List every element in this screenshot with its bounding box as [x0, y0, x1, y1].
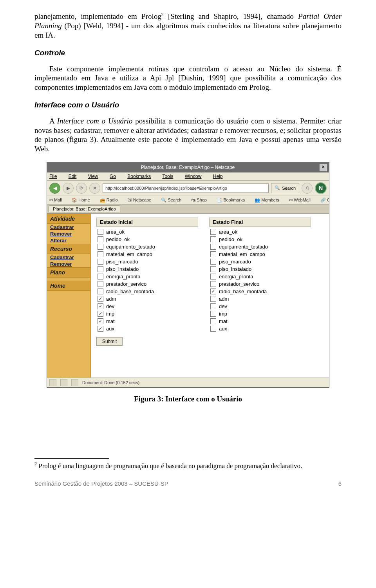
- search-label: Search: [282, 186, 296, 191]
- forward-icon[interactable]: ▶: [63, 183, 74, 194]
- checkbox-aux[interactable]: [210, 326, 216, 332]
- checkbox-imp[interactable]: [210, 311, 216, 317]
- menu-bookmarks[interactable]: Bookmarks: [127, 174, 156, 179]
- address-bar[interactable]: http://localhost:8080/Planner/jsp/index.…: [103, 183, 269, 193]
- option-row: equipamento_testado: [209, 243, 311, 250]
- search-icon: 🔍: [275, 185, 280, 191]
- bm-mail[interactable]: ✉ Mail: [49, 198, 66, 202]
- menu-tools[interactable]: Tools: [162, 174, 178, 179]
- sidebar-link-atividade-cadastrar[interactable]: Cadastrar: [47, 224, 90, 230]
- print-icon[interactable]: ⎙: [302, 183, 313, 194]
- checkbox-area_ok[interactable]: [210, 229, 216, 235]
- option-label: pedido_ok: [106, 236, 130, 242]
- bm-search[interactable]: 🔍 Search: [161, 198, 186, 202]
- paragraph-3: A Interface com o Usuário possibilita a …: [34, 116, 342, 154]
- netscape-logo-icon: N: [315, 182, 327, 194]
- option-label: dev: [219, 303, 227, 309]
- checkbox-area_ok[interactable]: [98, 229, 103, 235]
- checkbox-aux[interactable]: [98, 326, 103, 332]
- option-label: area_ok: [219, 229, 237, 235]
- checkbox-adm[interactable]: [98, 296, 103, 302]
- checkbox-mat[interactable]: [210, 318, 216, 324]
- checkbox-equipamento_testado[interactable]: [210, 244, 216, 250]
- checkbox-pedido_ok[interactable]: [210, 236, 216, 242]
- option-row: imp: [209, 310, 311, 318]
- paragraph-2: Este componente implementa rotinas que c…: [34, 64, 342, 92]
- sidebar-link-recurso-remover[interactable]: Remover: [47, 261, 90, 267]
- submit-button[interactable]: Submit: [96, 337, 123, 346]
- checkbox-piso_marcado[interactable]: [210, 259, 216, 265]
- menu-go[interactable]: Go: [110, 174, 121, 179]
- bm-members[interactable]: 👥 Members: [255, 198, 284, 202]
- bm-radio[interactable]: 📻 Radio: [100, 198, 122, 202]
- page-content: Atividade Cadastrar Remover Alterar Recu…: [47, 213, 329, 377]
- option-label: prestador_servico: [219, 281, 259, 287]
- option-label: radio_base_montada: [106, 289, 154, 294]
- sidebar-link-atividade-alterar[interactable]: Alterar: [47, 237, 90, 244]
- checkbox-adm[interactable]: [210, 296, 216, 302]
- checkbox-radio_base_montada[interactable]: [98, 289, 103, 294]
- sidebar-link-recurso-cadastrar[interactable]: Cadastrar: [47, 254, 90, 261]
- option-label: radio_base_montada: [219, 289, 267, 294]
- menu-edit[interactable]: Edit: [69, 174, 82, 179]
- checkbox-dev[interactable]: [210, 303, 216, 309]
- status-icon-2[interactable]: [60, 379, 67, 386]
- checkbox-piso_instalado[interactable]: [210, 266, 216, 272]
- bm-webmail[interactable]: ✉ WebMail: [289, 198, 315, 202]
- option-row: mat: [209, 318, 311, 325]
- checkbox-piso_marcado[interactable]: [98, 259, 103, 265]
- checkbox-material_em_campo[interactable]: [210, 251, 216, 257]
- footer-page-number: 6: [338, 480, 342, 487]
- status-icon-3[interactable]: [71, 379, 78, 386]
- checkbox-prestador_servico[interactable]: [98, 281, 103, 287]
- sidebar-link-atividade-remover[interactable]: Remover: [47, 230, 90, 237]
- menu-window[interactable]: Window: [185, 174, 207, 179]
- page-footer: Seminário Gestão de Projetos 2003 – SUCE…: [34, 480, 342, 487]
- reload-icon[interactable]: ⟳: [76, 183, 87, 194]
- checkbox-dev[interactable]: [98, 303, 103, 309]
- search-button[interactable]: 🔍 Search: [271, 183, 299, 193]
- checkbox-radio_base_montada[interactable]: [210, 289, 216, 294]
- option-label: piso_instalado: [219, 266, 251, 272]
- menu-view[interactable]: View: [88, 174, 103, 179]
- browser-tab[interactable]: Planejador, Base: ExemploArtigo: [49, 205, 120, 212]
- checkbox-material_em_campo[interactable]: [98, 251, 103, 257]
- p3-b: Interface com o Usuário: [57, 117, 133, 125]
- status-icon-1[interactable]: [49, 379, 56, 386]
- option-label: prestador_servico: [106, 281, 146, 287]
- nav-toolbar: ◀ ▶ ⟳ ✕ http://localhost:8080/Planner/js…: [47, 181, 329, 196]
- checkbox-equipamento_testado[interactable]: [98, 244, 103, 250]
- checkbox-energia_pronta[interactable]: [98, 274, 103, 279]
- checkbox-prestador_servico[interactable]: [210, 281, 216, 287]
- option-row: imp: [96, 310, 198, 318]
- checkbox-pedido_ok[interactable]: [98, 236, 103, 242]
- bm-connections[interactable]: 🔗 Connections: [320, 198, 329, 202]
- option-row: piso_marcado: [96, 258, 198, 265]
- option-row: pedido_ok: [96, 236, 198, 243]
- bm-bookmarks[interactable]: 📑 Bookmarks: [217, 198, 249, 202]
- checkbox-imp[interactable]: [98, 311, 103, 317]
- back-icon[interactable]: ◀: [49, 183, 60, 194]
- sidebar-section-plano[interactable]: Plano: [47, 267, 90, 278]
- status-text: Document: Done (0.152 secs): [82, 380, 139, 385]
- option-label: dev: [106, 303, 114, 309]
- sidebar: Atividade Cadastrar Remover Alterar Recu…: [47, 214, 91, 377]
- checkbox-energia_pronta[interactable]: [210, 274, 216, 279]
- col1-title: Estado Inicial: [96, 218, 198, 227]
- menu-file[interactable]: File: [49, 174, 62, 179]
- close-icon[interactable]: ×: [320, 164, 327, 171]
- checkbox-mat[interactable]: [98, 318, 103, 324]
- option-row: piso_instalado: [96, 265, 198, 273]
- stop-icon[interactable]: ✕: [89, 183, 100, 194]
- sidebar-link-home[interactable]: Home: [47, 281, 90, 291]
- bm-netscape[interactable]: Ⓝ Netscape: [128, 198, 156, 202]
- p1-a: planejamento, implementado em Prolog: [34, 12, 161, 20]
- checkbox-piso_instalado[interactable]: [98, 266, 103, 272]
- bm-home[interactable]: 🏠 Home: [72, 198, 94, 202]
- option-row: dev: [209, 303, 311, 310]
- option-label: material_em_campo: [219, 251, 265, 257]
- option-row: equipamento_testado: [96, 243, 198, 250]
- option-row: prestador_servico: [96, 280, 198, 288]
- bm-shop[interactable]: 🛍 Shop: [191, 198, 211, 202]
- menu-help[interactable]: Help: [213, 174, 228, 179]
